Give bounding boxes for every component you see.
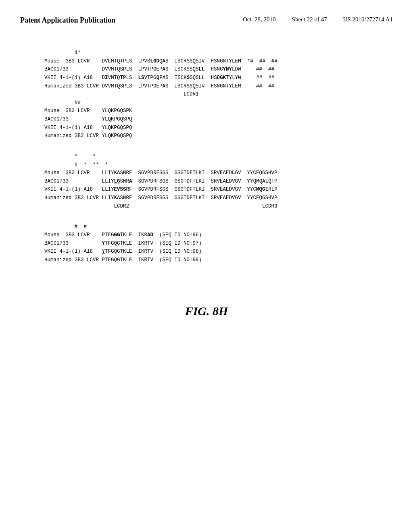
figure-label: FIG. 8H [185,304,228,318]
page-container: Patent Application Publication Oct. 28, … [0,0,413,532]
sequence-content: 1* Mouse 3B3 LCVR DVLMTQTPLS LPVSLGDQAS … [20,41,393,284]
header-right: Oct. 28, 2010 Sheet 22 of 47 US 2010/272… [243,16,393,23]
publication-title: Patent Application Publication [20,16,115,25]
sequence-pre-3: # # Mouse 3B3 LCVR PTFGGGTKLE IKRAD (SEQ… [44,222,369,264]
sequence-section-2: * * # * ** * Mouse 3B3 LCVR LLIYKASNRF S… [44,152,369,210]
figure-container: FIG. 8H [20,304,393,318]
sequence-pre-2: * * # * ** * Mouse 3B3 LCVR LLIYKASNRF S… [44,152,369,210]
header-sheet: Sheet 22 of 47 [292,16,327,23]
header-date: Oct. 28, 2010 [243,16,276,23]
sequence-pre-1: 1* Mouse 3B3 LCVR DVLMTQTPLS LPVSLGDQAS … [44,49,369,99]
header-patent: US 2010/272714 A1 [343,16,393,23]
sequence-pre-1b: ## Mouse 3B3 LCVR YLQKPGQSPK BAC01733 YL… [44,99,369,140]
page-header: Patent Application Publication Oct. 28, … [20,16,393,25]
sequence-section-3: # # Mouse 3B3 LCVR PTFGGGTKLE IKRAD (SEQ… [44,222,369,264]
sequence-section-1: 1* Mouse 3B3 LCVR DVLMTQTPLS LPVSLGDQAS … [44,49,369,140]
